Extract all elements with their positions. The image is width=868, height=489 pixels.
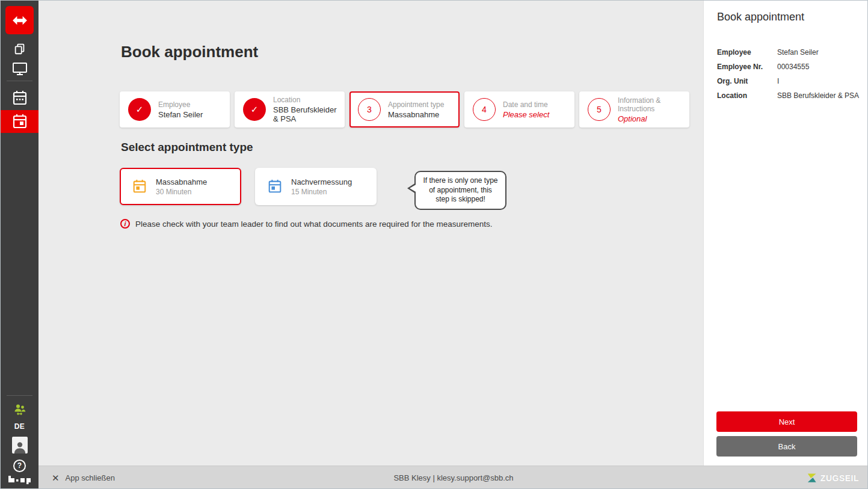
type-card-massabnahme[interactable]: Massabnahme 30 Minuten bbox=[120, 168, 241, 205]
vendor-pixel-logo bbox=[1, 473, 38, 485]
calendar-icon-blue bbox=[267, 179, 283, 194]
detail-row-location: Location SBB Berufskleider & PSA bbox=[717, 91, 860, 100]
sidebar-divider bbox=[7, 81, 32, 81]
detail-value: I bbox=[777, 77, 860, 85]
detail-rows: Employee Stefan Seiler Employee Nr. 0003… bbox=[717, 48, 860, 106]
sessions-icon[interactable] bbox=[1, 40, 38, 57]
help-icon: ? bbox=[13, 460, 26, 472]
zugseil-logo: ZUGSEIL bbox=[806, 472, 859, 484]
type-duration: 15 Minuten bbox=[291, 188, 352, 196]
detail-row-employee: Employee Stefan Seiler bbox=[717, 48, 860, 57]
detail-value: 00034555 bbox=[777, 63, 860, 71]
help-button[interactable]: ? bbox=[1, 458, 38, 473]
step-value: Optional bbox=[618, 114, 688, 123]
sbb-logo[interactable] bbox=[5, 6, 34, 34]
step-card-employee[interactable]: ✓ Employee Stefan Seiler bbox=[120, 91, 230, 128]
book-appointment-nav-active[interactable] bbox=[1, 110, 38, 133]
step-card-information[interactable]: 5 Information & Instructions Optional bbox=[579, 91, 689, 128]
step-label: Appointment type bbox=[388, 100, 444, 109]
step-number: 3 bbox=[358, 98, 381, 121]
zugseil-z-icon bbox=[806, 472, 817, 484]
user-avatar[interactable] bbox=[1, 435, 38, 455]
section-title: Select appointment type bbox=[121, 141, 253, 154]
type-card-nachvermessung[interactable]: Nachvermessung 15 Minuten bbox=[255, 168, 377, 205]
step-value: Massabnahme bbox=[388, 110, 444, 119]
avatar-icon bbox=[12, 437, 28, 454]
type-name: Massabnahme bbox=[156, 177, 207, 186]
people-switch-icon[interactable] bbox=[1, 401, 38, 418]
step-card-date-time[interactable]: 4 Date and time Please select bbox=[464, 91, 574, 128]
sbb-arrows-icon bbox=[11, 14, 29, 27]
step-card-location[interactable]: ✓ Location SBB Berufskleider & PSA bbox=[235, 91, 345, 128]
step-value: SBB Berufskleider & PSA bbox=[273, 105, 343, 123]
calendar-icon-orange bbox=[132, 179, 147, 194]
check-icon: ✓ bbox=[128, 98, 151, 121]
panel-title: Book appointment bbox=[717, 11, 804, 23]
info-text: Please check with your team leader to fi… bbox=[135, 220, 493, 229]
type-name: Nachvermessung bbox=[291, 177, 352, 186]
monitor-icon[interactable] bbox=[1, 60, 38, 78]
next-button[interactable]: Next bbox=[716, 411, 857, 432]
close-icon: ✕ bbox=[52, 473, 60, 484]
step-label: Employee bbox=[158, 100, 203, 109]
stepper: ✓ Employee Stefan Seiler ✓ Location SBB … bbox=[120, 91, 689, 128]
detail-label: Employee Nr. bbox=[717, 63, 777, 71]
detail-value: Stefan Seiler bbox=[777, 48, 860, 57]
check-icon: ✓ bbox=[243, 98, 266, 121]
back-button[interactable]: Back bbox=[716, 436, 857, 457]
tooltip-text: If there is only one type of appointment… bbox=[423, 176, 497, 203]
close-app-label: App schließen bbox=[66, 473, 115, 482]
info-message: i Please check with your team leader to … bbox=[120, 219, 493, 229]
language-switch[interactable]: DE bbox=[1, 421, 38, 432]
sidebar: DE ? bbox=[1, 1, 38, 489]
step-number: 5 bbox=[588, 98, 611, 121]
detail-row-employee-nr: Employee Nr. 00034555 bbox=[717, 63, 860, 71]
info-icon: i bbox=[120, 219, 130, 229]
tooltip-bubble: If there is only one type of appointment… bbox=[414, 171, 506, 210]
language-label: DE bbox=[14, 422, 25, 431]
app-window: DE ? bbox=[0, 0, 868, 489]
detail-value: SBB Berufskleider & PSA bbox=[777, 91, 860, 100]
step-number: 4 bbox=[473, 98, 496, 121]
close-app-button[interactable]: ✕ App schließen bbox=[52, 473, 115, 484]
summary-panel: Book appointment Employee Stefan Seiler … bbox=[703, 1, 868, 466]
calendar-overview-icon[interactable] bbox=[1, 88, 38, 108]
step-value: Please select bbox=[503, 110, 549, 119]
calendar-booking-icon bbox=[12, 113, 28, 130]
page-title: Book appointment bbox=[121, 43, 258, 61]
zugseil-wordmark: ZUGSEIL bbox=[820, 473, 859, 483]
step-label: Date and time bbox=[503, 100, 549, 109]
detail-row-org-unit: Org. Unit I bbox=[717, 77, 860, 85]
main-content: Book appointment ✓ Employee Stefan Seile… bbox=[38, 1, 703, 466]
step-card-appointment-type[interactable]: 3 Appointment type Massabnahme bbox=[349, 91, 460, 128]
detail-label: Employee bbox=[717, 48, 777, 57]
sidebar-divider-bottom bbox=[7, 395, 32, 396]
footer-bar: ✕ App schließen SBB Klesy | klesy.suppor… bbox=[38, 466, 868, 489]
step-value: Stefan Seiler bbox=[158, 110, 203, 119]
support-contact: SBB Klesy | klesy.support@sbb.ch bbox=[38, 473, 868, 482]
step-label: Location bbox=[273, 96, 343, 104]
detail-label: Location bbox=[717, 91, 777, 100]
type-duration: 30 Minuten bbox=[156, 188, 207, 196]
detail-label: Org. Unit bbox=[717, 77, 777, 85]
step-label: Information & Instructions bbox=[618, 96, 688, 113]
